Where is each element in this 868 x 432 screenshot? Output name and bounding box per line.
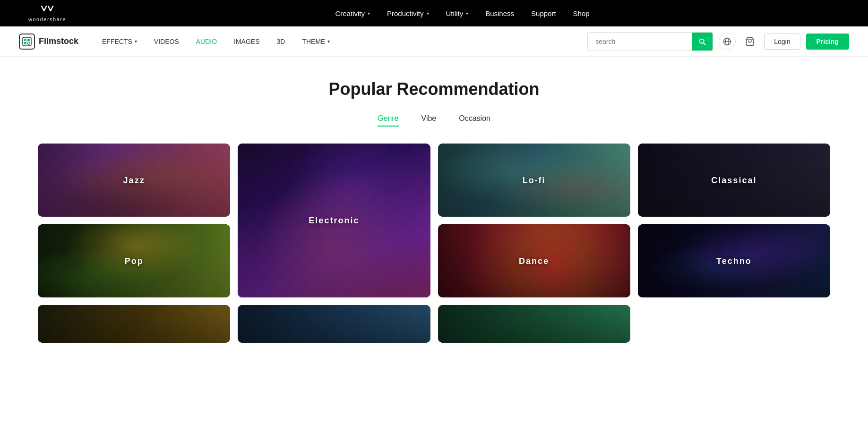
main-content: Popular Recommendation Genre Vibe Occasi… (0, 57, 868, 358)
cart-icon (745, 37, 755, 46)
nav-productivity[interactable]: Productivity ▾ (387, 9, 429, 17)
genre-card-electronic[interactable]: Electronic (238, 144, 430, 297)
tab-occasion[interactable]: Occasion (459, 114, 490, 127)
search-input[interactable] (588, 38, 692, 45)
second-navigation: Filmstock EFFECTS ▾ VIDEOS AUDIO IMAGES … (0, 26, 868, 57)
svg-rect-2 (27, 39, 30, 41)
svg-rect-3 (24, 42, 26, 44)
nav-creativity[interactable]: Creativity ▾ (335, 9, 370, 17)
genre-card-dance[interactable]: Dance (438, 224, 630, 297)
svg-rect-1 (24, 39, 26, 41)
login-button[interactable]: Login (764, 34, 800, 50)
genre-card-pop[interactable]: Pop (38, 224, 230, 297)
nav-images[interactable]: IMAGES (225, 26, 268, 57)
svg-rect-0 (23, 37, 31, 46)
chevron-down-icon: ▾ (427, 11, 429, 16)
logo-text: wondershare (28, 17, 66, 22)
nav-theme[interactable]: THEME ▾ (293, 26, 338, 57)
chevron-down-icon: ▾ (368, 11, 370, 16)
wondershare-logo[interactable]: wondershare (28, 4, 66, 22)
nav-business[interactable]: Business (485, 9, 514, 17)
search-box (587, 32, 713, 51)
tab-genre[interactable]: Genre (378, 114, 398, 127)
filmstock-label: Filmstock (39, 36, 78, 46)
globe-icon (723, 37, 731, 46)
tab-vibe[interactable]: Vibe (421, 114, 437, 127)
genre-card-jazz[interactable]: Jazz (38, 144, 230, 217)
nav-effects[interactable]: EFFECTS ▾ (94, 26, 146, 57)
nav-support[interactable]: Support (531, 9, 556, 17)
top-nav-items: Creativity ▾ Productivity ▾ Utility ▾ Bu… (85, 9, 840, 17)
svg-rect-4 (27, 42, 30, 44)
chevron-down-icon: ▾ (466, 11, 468, 16)
genre-card-bottom1[interactable] (38, 305, 230, 343)
cart-button[interactable] (741, 33, 758, 50)
nav-videos[interactable]: VIDEOS (146, 26, 188, 57)
pricing-button[interactable]: Pricing (806, 34, 849, 50)
nav-3d[interactable]: 3D (268, 26, 294, 57)
genre-card-bottom3[interactable] (438, 305, 630, 343)
page-title: Popular Recommendation (38, 79, 830, 99)
genre-card-classical[interactable]: Classical (638, 144, 830, 217)
genre-card-lofi[interactable]: Lo-fi (438, 144, 630, 217)
genre-grid: Jazz Electronic Lo-fi Classical (38, 144, 830, 343)
nav-audio[interactable]: AUDIO (188, 26, 225, 57)
chevron-down-icon: ▾ (327, 39, 330, 44)
tabs-row: Genre Vibe Occasion (38, 114, 830, 127)
nav-shop[interactable]: Shop (573, 9, 590, 17)
nav-utility[interactable]: Utility ▾ (446, 9, 469, 17)
second-nav-items: EFFECTS ▾ VIDEOS AUDIO IMAGES 3D THEME ▾ (94, 26, 587, 57)
globe-button[interactable] (719, 33, 736, 50)
chevron-down-icon: ▾ (135, 39, 137, 44)
search-button[interactable] (692, 32, 713, 51)
genre-card-bottom2[interactable] (238, 305, 430, 343)
top-navigation: wondershare Creativity ▾ Productivity ▾ … (0, 0, 868, 26)
filmstock-brand[interactable]: Filmstock (19, 34, 78, 50)
second-nav-right: Login Pricing (587, 32, 849, 51)
filmstock-icon (19, 34, 35, 50)
genre-card-techno[interactable]: Techno (638, 224, 830, 297)
search-icon (698, 37, 706, 46)
